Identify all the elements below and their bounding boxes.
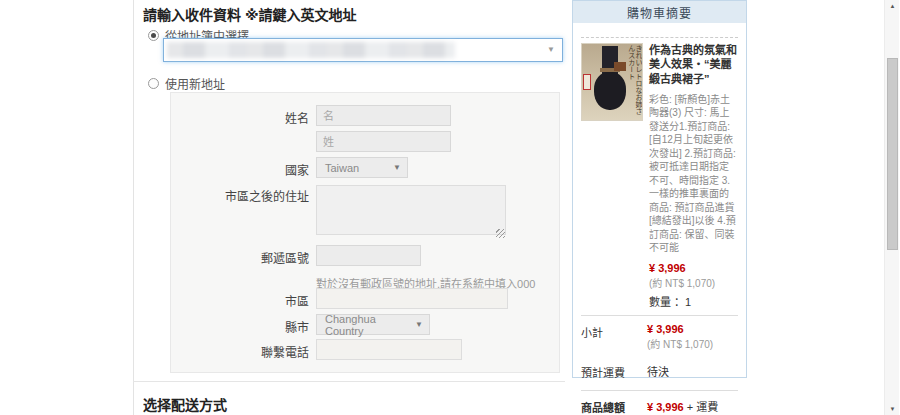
- city-field[interactable]: [316, 288, 508, 309]
- totals-table: 小計 ¥ 3,996 (約 NT$ 1,070) 預計運費 待決: [581, 323, 738, 380]
- new-address-radio[interactable]: [148, 78, 159, 89]
- address-book-radio[interactable]: [148, 30, 159, 41]
- state-select-value: Changhua Country: [325, 313, 411, 337]
- subtotal-label: 小計: [581, 323, 647, 351]
- recipient-form-title: 請輸入收件資料 ※請鍵入英文地址: [143, 4, 357, 24]
- country-select-value: Taiwan: [325, 162, 359, 174]
- scroll-up-icon[interactable]: ▲: [885, 3, 900, 9]
- phone-label: 聯繫電話: [176, 343, 309, 360]
- section-divider: [133, 381, 565, 382]
- cart-summary-panel: 購物車摘要 きれいレトロなお姉さんスカート 作為古典的氛氣和美人效果・“美麗緞古…: [572, 0, 747, 378]
- new-address-radio-label: 使用新地址: [165, 75, 225, 92]
- subtotal-approx: (約 NT$ 1,070): [647, 336, 738, 351]
- street-label: 市區之後的住址: [176, 187, 309, 204]
- product-quantity: 數量 ：1: [649, 293, 738, 309]
- total-value-suffix: + 運費: [684, 401, 719, 413]
- country-select[interactable]: Taiwan ▼: [316, 157, 408, 178]
- address-book-select[interactable]: ▼: [163, 38, 563, 62]
- shipping-section-title: 选择配送方式: [143, 394, 227, 414]
- product-name: 作為古典的氛氣和美人效果・“美麗緞古典裙子”: [649, 43, 738, 86]
- subtotal-value: ¥ 3,996: [647, 323, 738, 335]
- shipping-label: 預計運費: [581, 363, 647, 380]
- city-label: 市區: [176, 292, 309, 309]
- zip-label: 郵遞區號: [176, 249, 309, 266]
- name-label: 姓名: [176, 109, 309, 126]
- address-fields-box: 姓名 國家 Taiwan ▼ 市區之後的住址: [170, 92, 560, 373]
- resize-grip-icon[interactable]: [496, 229, 505, 238]
- recipient-form-section: 請輸入收件資料 ※請鍵入英文地址 從地址簿中選擇 ▼ 使用新地址 姓名 國家: [133, 0, 565, 415]
- total-label: 商品總額: [581, 398, 647, 415]
- redacted-address-text: [167, 42, 455, 58]
- new-address-radio-row[interactable]: 使用新地址: [148, 75, 225, 92]
- scrollbar-thumb[interactable]: [887, 58, 898, 250]
- product-options-text: 彩色: [新顏色]赤土陶器(3) 尺寸: 馬上發送分1.預訂商品: [自12月上…: [649, 93, 738, 255]
- product-image-caption: きれいレトロなお姉さんスカート: [627, 45, 642, 120]
- product-image: きれいレトロなお姉さんスカート: [581, 43, 643, 121]
- cart-summary-title: 購物車摘要: [573, 1, 746, 23]
- grand-total-table: 商品總額 ¥ 3,996 + 運費 (約 NT$ 1,070 + 運費) 獲得的…: [581, 398, 738, 415]
- summary-divider: [581, 315, 738, 316]
- product-price-approx: (約 NT$ 1,070): [649, 275, 738, 290]
- state-label: 縣市: [176, 318, 309, 335]
- last-name-field[interactable]: [316, 131, 451, 152]
- chevron-down-icon: ▼: [393, 162, 401, 171]
- cart-item: きれいレトロなお姉さんスカート 作為古典的氛氣和美人效果・“美麗緞古典裙子” 彩…: [581, 43, 738, 309]
- checkout-page: 請輸入收件資料 ※請鍵入英文地址 從地址簿中選擇 ▼ 使用新地址 姓名 國家: [0, 0, 900, 415]
- product-price: ¥ 3,996: [649, 262, 738, 274]
- state-select[interactable]: Changhua Country ▼: [316, 314, 430, 335]
- first-name-field[interactable]: [316, 105, 451, 126]
- country-label: 國家: [176, 161, 309, 178]
- page-scrollbar[interactable]: ▲ ▼: [884, 0, 899, 415]
- scroll-down-icon[interactable]: ▼: [885, 406, 900, 412]
- total-value: ¥ 3,996: [647, 401, 684, 413]
- phone-field[interactable]: [316, 339, 462, 360]
- zip-code-field[interactable]: [316, 245, 421, 266]
- chevron-down-icon: ▼: [547, 45, 555, 54]
- chevron-down-icon: ▼: [415, 319, 423, 328]
- shipping-value: 待決: [647, 363, 738, 380]
- street-address-field[interactable]: [316, 185, 506, 235]
- cart-item-divider: [581, 37, 738, 38]
- summary-divider: [581, 390, 738, 391]
